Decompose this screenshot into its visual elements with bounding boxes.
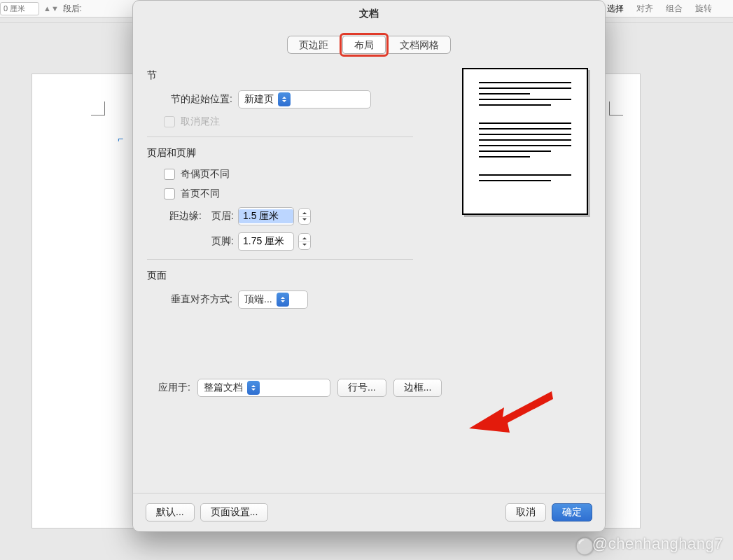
watermark: @chenhanghang7 xyxy=(575,535,723,553)
first-page-label: 首页不同 xyxy=(181,188,220,200)
section-start-select[interactable]: 新建页 xyxy=(238,90,371,108)
tab-margins[interactable]: 页边距 xyxy=(287,36,340,54)
ok-button[interactable]: 确定 xyxy=(552,503,592,522)
paragraph-label: 段后: xyxy=(63,3,82,15)
section-title-section: 节 xyxy=(147,69,413,82)
tb-align[interactable]: 对齐 xyxy=(636,3,653,15)
header-label: 页眉: xyxy=(207,210,238,223)
paw-icon xyxy=(575,538,589,552)
page-setup-button[interactable]: 页面设置... xyxy=(200,503,269,522)
apply-to-label: 应用于: xyxy=(147,382,190,394)
dropdown-icon xyxy=(277,293,289,307)
dropdown-icon xyxy=(278,92,291,106)
footer-distance-input[interactable] xyxy=(239,234,293,248)
tb-rotate[interactable]: 旋转 xyxy=(695,3,712,15)
tab-grid[interactable]: 文档网格 xyxy=(389,36,451,54)
footer-label: 页脚: xyxy=(207,235,238,248)
footer-distance-field[interactable] xyxy=(238,232,294,251)
valign-label: 垂直对齐方式: xyxy=(147,293,238,306)
border-button[interactable]: 边框... xyxy=(393,379,442,397)
apply-to-select[interactable]: 整篇文档 xyxy=(197,379,330,397)
header-distance-stepper[interactable] xyxy=(298,208,311,225)
valign-select[interactable]: 顶端... xyxy=(238,290,308,309)
section-title-page: 页面 xyxy=(147,270,413,282)
page-preview xyxy=(462,68,588,215)
odd-even-label: 奇偶页不同 xyxy=(181,168,230,181)
cancel-button[interactable]: 取消 xyxy=(505,503,546,522)
header-distance-input[interactable] xyxy=(239,209,293,223)
default-button[interactable]: 默认... xyxy=(146,503,195,522)
suppress-endnote-checkbox xyxy=(164,116,175,127)
dialog-title: 文档 xyxy=(133,1,605,26)
crop-mark xyxy=(91,102,105,115)
dialog-tabs: 页边距 布局 文档网格 xyxy=(147,26,591,66)
document-dialog: 文档 页边距 布局 文档网格 节 xyxy=(132,0,606,532)
suppress-endnote-row: 取消尾注 xyxy=(164,115,413,128)
dropdown-icon xyxy=(247,381,260,395)
text-cursor: ⌐ xyxy=(118,133,123,144)
tb-select[interactable]: 选择 xyxy=(607,3,624,15)
first-page-checkbox[interactable] xyxy=(164,188,175,200)
odd-even-checkbox[interactable] xyxy=(164,169,175,180)
header-distance-field[interactable] xyxy=(238,207,294,225)
section-title-header-footer: 页眉和页脚 xyxy=(147,147,413,160)
line-number-button[interactable]: 行号... xyxy=(337,379,386,397)
footer-distance-stepper[interactable] xyxy=(298,233,311,250)
crop-mark xyxy=(609,102,623,115)
tab-layout[interactable]: 布局 xyxy=(342,36,386,54)
distance-label: 距边缘: xyxy=(147,210,207,223)
section-start-label: 节的起始位置: xyxy=(147,93,238,106)
indent-input[interactable]: 0 厘米 xyxy=(0,2,39,15)
tb-group[interactable]: 组合 xyxy=(666,3,683,15)
